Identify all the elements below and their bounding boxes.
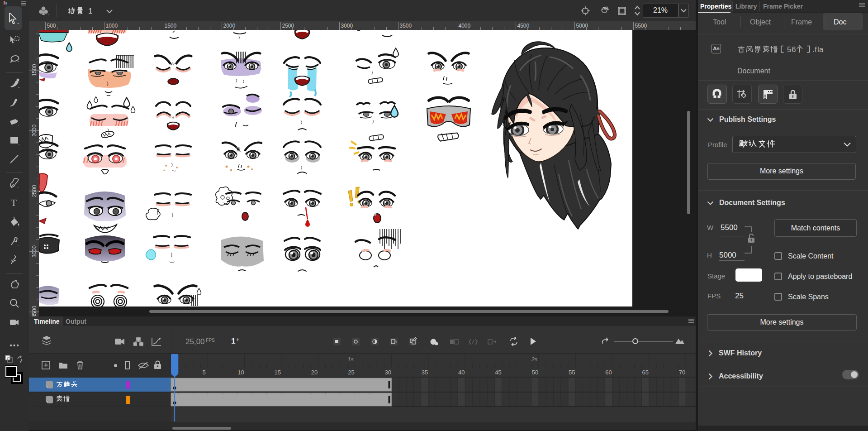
svg-text:1: 1: [88, 7, 92, 15]
svg-text:T: T: [11, 197, 17, 208]
svg-text:5: 5: [787, 45, 791, 54]
svg-text:3500: 3500: [31, 306, 38, 317]
svg-text:6: 6: [792, 45, 796, 54]
svg-text:A: A: [394, 340, 397, 344]
svg-text:f: f: [815, 45, 817, 54]
svg-text:a: a: [819, 45, 824, 54]
svg-text:500: 500: [47, 23, 56, 29]
